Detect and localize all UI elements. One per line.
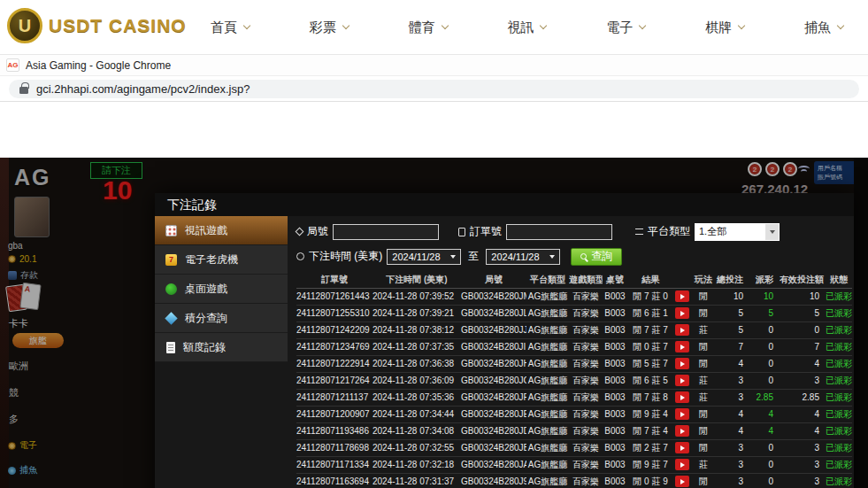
game-result: 閒 2 莊 7 (627, 439, 673, 456)
dice-icon (165, 225, 177, 236)
game-type: 百家樂 (569, 389, 603, 406)
nav-item[interactable]: 首頁 (211, 19, 250, 36)
round-filter-label: 局號 (296, 224, 328, 239)
game-type: 百家樂 (569, 456, 603, 473)
replay-button[interactable] (675, 358, 689, 369)
replay-button[interactable] (675, 290, 689, 302)
column-header: 遊戲類型 (569, 272, 603, 288)
replay-button[interactable] (675, 341, 689, 352)
table-number: B003 (603, 473, 627, 488)
menu-item[interactable]: 積分查詢 (155, 304, 288, 333)
platform-type-select[interactable]: 1.全部 (695, 223, 780, 241)
replay-button[interactable] (675, 375, 689, 386)
play-icon (680, 429, 685, 434)
table-row: 241128071200907 2024-11-28 07:34:44 GB00… (296, 406, 852, 422)
date-to-select[interactable]: 2024/11/28 (486, 249, 560, 265)
game-result: 閒 5 莊 7 (627, 355, 673, 372)
order-number: 241128071242209 (296, 321, 373, 338)
url-text: gci.2hhapi.com/agingame/pcv2/index.jsp? (36, 82, 250, 96)
bet-time: 2024-11-28 07:37:35 (373, 338, 461, 355)
replay-cell (673, 372, 691, 389)
game-type: 百家樂 (569, 422, 603, 439)
valid-bet: 2.85 (780, 389, 826, 406)
valid-bet: 3 (780, 456, 826, 473)
tag-icon (296, 228, 304, 236)
valid-bet: 0 (780, 321, 826, 338)
replay-button[interactable] (675, 408, 689, 420)
replay-button[interactable] (675, 324, 689, 336)
replay-button[interactable] (675, 476, 689, 487)
payout: 0 (749, 439, 780, 456)
replay-cell (673, 288, 691, 305)
order-number: 241128071255310 (296, 305, 373, 321)
bet-play: 閒 (691, 305, 716, 321)
bet-time: 2024-11-28 07:36:09 (373, 372, 461, 389)
replay-button[interactable] (675, 391, 689, 403)
payout: 0 (749, 321, 780, 338)
replay-button[interactable] (675, 307, 689, 319)
menu-item[interactable]: 桌面遊戲 (155, 275, 288, 304)
chevron-down-icon (770, 230, 775, 234)
bet-play: 閒 (691, 355, 716, 372)
platform-type: AG旗艦廳 (526, 406, 569, 422)
nav-item[interactable]: 棋牌 (705, 19, 744, 36)
nav-item[interactable]: 視訊 (507, 19, 546, 36)
search-button[interactable]: 查詢 (571, 248, 622, 266)
replay-cell (673, 355, 691, 372)
menu-item-label: 桌面遊戲 (185, 282, 227, 297)
bet-time: 2024-11-28 07:39:52 (373, 288, 461, 305)
menu-item[interactable]: 視訊遊戲 (155, 216, 288, 245)
play-icon (680, 361, 685, 367)
table-row: 241128071171334 2024-11-28 07:32:18 GB00… (296, 456, 852, 473)
bet-time: 2024-11-28 07:34:08 (373, 422, 461, 439)
table-number: B003 (603, 389, 627, 406)
payout: 0 (749, 473, 780, 488)
chevron-down-icon (342, 22, 350, 29)
menu-item-label: 視訊遊戲 (185, 223, 227, 238)
round-number: GB00324B280JH (461, 355, 526, 372)
bet-time: 2024-11-28 07:32:18 (373, 456, 461, 473)
replay-button[interactable] (675, 459, 689, 470)
total-bet: 3 (716, 439, 749, 456)
replay-button[interactable] (675, 425, 689, 437)
bet-play: 莊 (691, 372, 716, 389)
round-number: GB00324B280JI (461, 338, 526, 355)
bet-records-table: 訂單號下注時間 (美東)局號平台類型遊戲類型桌號結果玩法總投注派彩有效投注額狀態… (296, 272, 852, 488)
bet-time: 2024-11-28 07:39:21 (373, 305, 461, 321)
total-bet: 3 (716, 389, 749, 406)
records-menu: 視訊遊戲 電子老虎機 桌面遊戲 積分查詢 額度記錄 (155, 216, 288, 488)
menu-item[interactable]: 額度記錄 (155, 333, 288, 362)
play-icon (680, 378, 685, 383)
nav-item[interactable]: 捕魚 (804, 19, 843, 36)
chevron-down-icon (540, 22, 547, 29)
round-number-input[interactable] (333, 224, 439, 240)
date-from-select[interactable]: 2024/11/28 (387, 249, 461, 265)
payout: 10 (749, 288, 780, 305)
table-number: B003 (603, 355, 627, 372)
chevron-down-icon (441, 22, 448, 29)
document-icon (458, 228, 465, 236)
replay-button[interactable] (675, 442, 689, 453)
table-number: B003 (603, 321, 627, 338)
menu-item[interactable]: 電子老虎機 (155, 245, 288, 275)
game-result: 閒 7 莊 7 (627, 321, 673, 338)
menu-item-label: 電子老虎機 (185, 252, 238, 267)
address-bar[interactable]: gci.2hhapi.com/agingame/pcv2/index.jsp? (9, 80, 859, 98)
table-number: B003 (603, 439, 627, 456)
order-number: 241128071178698 (296, 439, 373, 456)
order-number: 241128071261443 (296, 288, 373, 305)
play-icon (680, 294, 685, 299)
search-icon (580, 253, 587, 259)
nav-item[interactable]: 體育 (409, 19, 448, 36)
site-logo[interactable]: U USDT CASINO (7, 8, 187, 43)
screen: U USDT CASINO 首頁 彩票 體育 視訊 電子 棋牌 捕魚 AG As… (0, 0, 868, 488)
game-result: 閒 6 莊 1 (627, 305, 673, 321)
order-number-input[interactable] (506, 224, 612, 240)
platform-type: AG旗艦廳 (526, 456, 569, 473)
platform-type: AG旗艦廳 (526, 288, 569, 305)
table-number: B003 (603, 288, 627, 305)
game-result: 閒 7 莊 0 (627, 288, 673, 305)
nav-item[interactable]: 彩票 (310, 19, 349, 36)
ag-favicon-icon: AG (6, 58, 19, 72)
nav-item[interactable]: 電子 (606, 19, 645, 36)
